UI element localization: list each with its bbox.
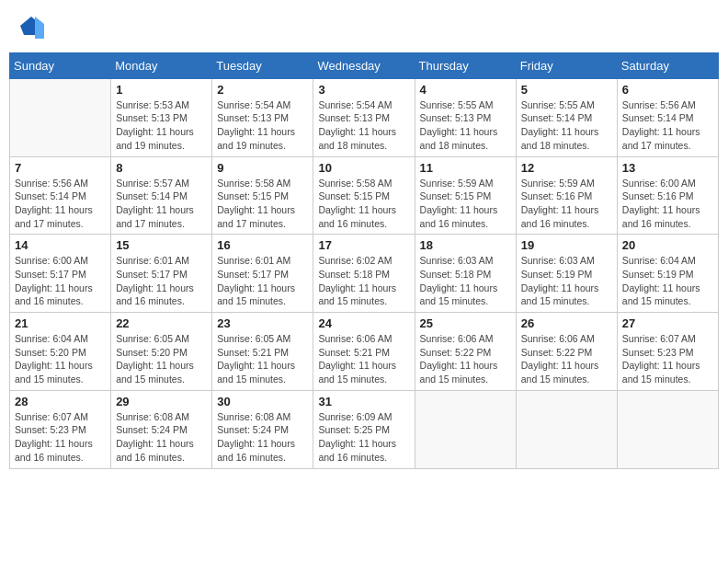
day-number: 26 [521, 316, 612, 330]
calendar-cell: 14Sunrise: 6:00 AMSunset: 5:17 PMDayligh… [10, 235, 111, 313]
calendar-cell: 11Sunrise: 5:59 AMSunset: 5:15 PMDayligh… [415, 156, 516, 235]
calendar-cell [617, 390, 718, 468]
logo [17, 13, 44, 43]
calendar-cell: 15Sunrise: 6:01 AMSunset: 5:17 PMDayligh… [111, 235, 212, 313]
day-info: Sunrise: 5:54 AMSunset: 5:13 PMDaylight:… [318, 98, 409, 153]
calendar-week-row: 21Sunrise: 6:04 AMSunset: 5:20 PMDayligh… [10, 313, 719, 391]
day-info: Sunrise: 6:07 AMSunset: 5:23 PMDaylight:… [622, 332, 713, 386]
day-info: Sunrise: 6:04 AMSunset: 5:20 PMDaylight:… [15, 332, 106, 386]
day-number: 6 [622, 83, 713, 97]
calendar-cell: 1Sunrise: 5:53 AMSunset: 5:13 PMDaylight… [111, 78, 212, 156]
day-number: 20 [622, 238, 713, 252]
calendar-cell: 25Sunrise: 6:06 AMSunset: 5:22 PMDayligh… [415, 313, 516, 391]
calendar-cell: 24Sunrise: 6:06 AMSunset: 5:21 PMDayligh… [313, 313, 415, 391]
calendar-cell: 8Sunrise: 5:57 AMSunset: 5:14 PMDaylight… [111, 156, 212, 235]
day-info: Sunrise: 6:05 AMSunset: 5:20 PMDaylight:… [116, 332, 207, 386]
day-info: Sunrise: 6:01 AMSunset: 5:17 PMDaylight:… [217, 254, 308, 308]
calendar-cell: 22Sunrise: 6:05 AMSunset: 5:20 PMDayligh… [111, 313, 212, 391]
day-info: Sunrise: 5:56 AMSunset: 5:14 PMDaylight:… [15, 177, 106, 231]
day-number: 31 [318, 395, 409, 408]
day-info: Sunrise: 5:54 AMSunset: 5:13 PMDaylight:… [217, 98, 308, 153]
logo-icon [18, 13, 44, 39]
calendar-cell: 16Sunrise: 6:01 AMSunset: 5:17 PMDayligh… [212, 235, 313, 313]
day-info: Sunrise: 6:01 AMSunset: 5:17 PMDaylight:… [116, 254, 207, 308]
day-info: Sunrise: 5:55 AMSunset: 5:13 PMDaylight:… [420, 98, 511, 153]
day-header-thursday: Thursday [415, 52, 516, 78]
day-number: 11 [420, 161, 511, 175]
day-header-friday: Friday [516, 52, 617, 78]
day-info: Sunrise: 5:53 AMSunset: 5:13 PMDaylight:… [116, 98, 207, 153]
calendar-header-row: SundayMondayTuesdayWednesdayThursdayFrid… [10, 52, 719, 78]
calendar-table: SundayMondayTuesdayWednesdayThursdayFrid… [9, 52, 719, 469]
calendar-cell: 17Sunrise: 6:02 AMSunset: 5:18 PMDayligh… [313, 235, 415, 313]
calendar-cell: 19Sunrise: 6:03 AMSunset: 5:19 PMDayligh… [516, 235, 617, 313]
day-header-monday: Monday [111, 52, 212, 78]
calendar-cell: 18Sunrise: 6:03 AMSunset: 5:18 PMDayligh… [415, 235, 516, 313]
day-number: 28 [15, 395, 106, 408]
calendar-week-row: 7Sunrise: 5:56 AMSunset: 5:14 PMDaylight… [10, 156, 719, 235]
day-number: 29 [116, 395, 207, 408]
calendar-cell: 23Sunrise: 6:05 AMSunset: 5:21 PMDayligh… [212, 313, 313, 391]
day-number: 5 [521, 83, 612, 97]
day-info: Sunrise: 5:59 AMSunset: 5:15 PMDaylight:… [420, 177, 511, 231]
day-info: Sunrise: 5:55 AMSunset: 5:14 PMDaylight:… [521, 98, 612, 153]
day-header-sunday: Sunday [10, 52, 111, 78]
day-info: Sunrise: 5:58 AMSunset: 5:15 PMDaylight:… [217, 177, 308, 231]
day-number: 14 [15, 238, 106, 252]
day-number: 4 [420, 83, 511, 97]
day-header-tuesday: Tuesday [212, 52, 313, 78]
day-info: Sunrise: 6:08 AMSunset: 5:24 PMDaylight:… [217, 410, 308, 465]
day-info: Sunrise: 5:57 AMSunset: 5:14 PMDaylight:… [116, 177, 207, 231]
day-number: 15 [116, 238, 207, 252]
day-info: Sunrise: 5:58 AMSunset: 5:15 PMDaylight:… [318, 177, 409, 231]
day-number: 7 [15, 161, 106, 175]
page-header [9, 9, 719, 47]
day-info: Sunrise: 6:03 AMSunset: 5:18 PMDaylight:… [420, 254, 511, 308]
calendar-cell: 30Sunrise: 6:08 AMSunset: 5:24 PMDayligh… [212, 390, 313, 468]
calendar-cell: 5Sunrise: 5:55 AMSunset: 5:14 PMDaylight… [516, 78, 617, 156]
day-info: Sunrise: 6:00 AMSunset: 5:17 PMDaylight:… [15, 254, 106, 308]
day-number: 9 [217, 161, 308, 175]
calendar-week-row: 28Sunrise: 6:07 AMSunset: 5:23 PMDayligh… [10, 390, 719, 468]
svg-marker-1 [35, 17, 44, 39]
day-number: 19 [521, 238, 612, 252]
day-number: 30 [217, 395, 308, 408]
day-info: Sunrise: 6:08 AMSunset: 5:24 PMDaylight:… [116, 410, 207, 465]
day-number: 24 [318, 316, 409, 330]
day-number: 25 [420, 316, 511, 330]
day-number: 18 [420, 238, 511, 252]
calendar-cell: 9Sunrise: 5:58 AMSunset: 5:15 PMDaylight… [212, 156, 313, 235]
calendar-cell: 26Sunrise: 6:06 AMSunset: 5:22 PMDayligh… [516, 313, 617, 391]
day-header-wednesday: Wednesday [313, 52, 415, 78]
calendar-cell: 2Sunrise: 5:54 AMSunset: 5:13 PMDaylight… [212, 78, 313, 156]
day-number: 22 [116, 316, 207, 330]
calendar-cell: 31Sunrise: 6:09 AMSunset: 5:25 PMDayligh… [313, 390, 415, 468]
day-info: Sunrise: 6:00 AMSunset: 5:16 PMDaylight:… [622, 177, 713, 231]
calendar-cell: 21Sunrise: 6:04 AMSunset: 5:20 PMDayligh… [10, 313, 111, 391]
day-number: 3 [318, 83, 409, 97]
calendar-cell: 29Sunrise: 6:08 AMSunset: 5:24 PMDayligh… [111, 390, 212, 468]
day-info: Sunrise: 6:05 AMSunset: 5:21 PMDaylight:… [217, 332, 308, 386]
calendar-cell: 12Sunrise: 5:59 AMSunset: 5:16 PMDayligh… [516, 156, 617, 235]
day-info: Sunrise: 6:06 AMSunset: 5:22 PMDaylight:… [420, 332, 511, 386]
calendar-cell: 28Sunrise: 6:07 AMSunset: 5:23 PMDayligh… [10, 390, 111, 468]
day-info: Sunrise: 6:07 AMSunset: 5:23 PMDaylight:… [15, 410, 106, 465]
day-number: 17 [318, 238, 409, 252]
calendar-cell: 20Sunrise: 6:04 AMSunset: 5:19 PMDayligh… [617, 235, 718, 313]
day-number: 8 [116, 161, 207, 175]
day-info: Sunrise: 6:06 AMSunset: 5:21 PMDaylight:… [318, 332, 409, 386]
day-info: Sunrise: 6:04 AMSunset: 5:19 PMDaylight:… [622, 254, 713, 308]
day-info: Sunrise: 5:56 AMSunset: 5:14 PMDaylight:… [622, 98, 713, 153]
day-info: Sunrise: 6:02 AMSunset: 5:18 PMDaylight:… [318, 254, 409, 308]
calendar-cell [415, 390, 516, 468]
day-number: 1 [116, 83, 207, 97]
day-number: 10 [318, 161, 409, 175]
calendar-week-row: 14Sunrise: 6:00 AMSunset: 5:17 PMDayligh… [10, 235, 719, 313]
day-number: 23 [217, 316, 308, 330]
calendar-cell: 7Sunrise: 5:56 AMSunset: 5:14 PMDaylight… [10, 156, 111, 235]
calendar-cell: 10Sunrise: 5:58 AMSunset: 5:15 PMDayligh… [313, 156, 415, 235]
calendar-cell: 3Sunrise: 5:54 AMSunset: 5:13 PMDaylight… [313, 78, 415, 156]
day-info: Sunrise: 6:09 AMSunset: 5:25 PMDaylight:… [318, 410, 409, 465]
calendar-cell: 6Sunrise: 5:56 AMSunset: 5:14 PMDaylight… [617, 78, 718, 156]
calendar-cell: 4Sunrise: 5:55 AMSunset: 5:13 PMDaylight… [415, 78, 516, 156]
